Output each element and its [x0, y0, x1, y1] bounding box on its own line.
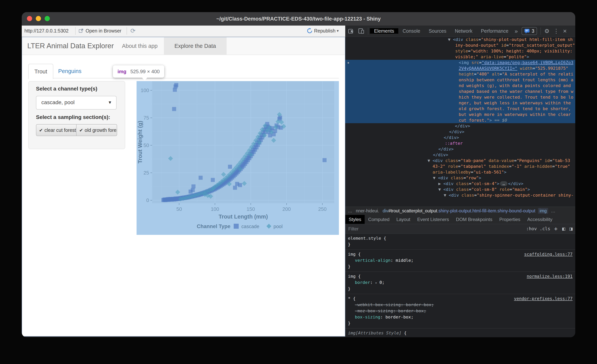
elements-tree-line[interactable]: onship between cutthroat trout lengths (…: [345, 77, 575, 83]
style-source-link[interactable]: vendor-prefixes.less:77: [514, 295, 573, 302]
elements-tree-line[interactable]: ▼<div class="tab-pane" data-value="Pengu…: [345, 158, 575, 163]
more-tabs-icon[interactable]: »: [513, 28, 520, 34]
toolbar-divider: [541, 27, 541, 35]
elements-tree-line[interactable]: ▼<div class="shiny-plot-output html-fill…: [345, 37, 575, 42]
styles-tab-event-listeners[interactable]: Event Listeners: [414, 215, 452, 224]
toggle-hov-button[interactable]: :hov: [526, 224, 537, 233]
close-devtools-icon[interactable]: ×: [561, 27, 569, 35]
style-rule[interactable]: * {vendor-prefixes.less:77-webkit-box-si…: [345, 294, 575, 328]
open-in-browser-button[interactable]: Open in Browser: [86, 26, 121, 36]
breadcrumb-item[interactable]: …: [551, 208, 555, 213]
devtools-tab-elements[interactable]: Elements: [370, 28, 398, 34]
elements-tree-line[interactable]: nger, but weigh less in waterways within…: [345, 100, 575, 106]
style-rule[interactable]: img {scaffolding.less:77vertical-align: …: [345, 250, 575, 272]
tab-trout[interactable]: Trout: [28, 64, 53, 79]
devtools-tab-network[interactable]: Network: [451, 28, 477, 34]
styles-rules-list: element.style {}img {scaffolding.less:77…: [345, 234, 575, 337]
devtools-tab-console[interactable]: Console: [398, 28, 424, 34]
styles-tab-accessibility[interactable]: Accessibility: [524, 215, 556, 224]
inspect-element-icon[interactable]: [345, 27, 356, 35]
breadcrumb-item[interactable]: .shiny-plot-output.html-fill-item.shiny-…: [437, 208, 535, 213]
styles-sidebar-tabs: StylesComputedLayoutEvent ListenersDOM B…: [345, 215, 575, 224]
shiny-app-page: LTER Animal Data Explorer About this app…: [22, 37, 345, 337]
app-brand: LTER Animal Data Explorer: [27, 37, 114, 54]
breadcrumb-item[interactable]: nner-hideui.: [356, 208, 379, 213]
elements-tree-line[interactable]: shaped based on the water channel type f…: [345, 89, 575, 94]
window-title: ~/git/Class-Demos/PRACTICE-EDS-430/two-f…: [22, 12, 575, 26]
style-rule[interactable]: element.style {}: [345, 234, 575, 250]
breadcrumb-item[interactable]: #trout_scatterplot_output: [388, 208, 437, 213]
elements-tree-line[interactable]: <img src="data:image/png;base64,iVBOR…Lp…: [345, 60, 575, 66]
styles-tab-dom-breakpoints[interactable]: DOM Breakpoints: [453, 215, 496, 224]
elements-tree-line[interactable]: hich they were collected. Trout tend to …: [345, 94, 575, 100]
elements-tree-line[interactable]: </div>: [345, 135, 575, 140]
elements-tree-line[interactable]: </div>: [345, 123, 575, 129]
issues-badge[interactable]: 3: [522, 27, 537, 35]
elements-tree-line[interactable]: visible;" aria-live="polite">: [345, 54, 575, 60]
open-in-browser-icon: [79, 26, 84, 36]
check-icon: ✔: [39, 128, 43, 133]
republish-button[interactable]: Republish: [314, 26, 335, 36]
elements-tree-line[interactable]: aria-labelledby="ui-tab-561">: [345, 169, 575, 175]
republish-caret-icon[interactable]: ▾: [337, 26, 339, 36]
checkbox-button-clear-cut-forest[interactable]: ✔clear cut forest: [36, 124, 77, 136]
inspect-tooltip: img 525.99 × 400: [113, 65, 164, 78]
kebab-menu-icon[interactable]: ⋮: [551, 28, 561, 34]
url-text[interactable]: http://127.0.0.1:5302: [24, 26, 69, 36]
devtools-toolbar: ElementsConsoleSourcesNetworkPerformance…: [345, 26, 575, 37]
nav-about-this-app[interactable]: About this app: [122, 37, 157, 54]
app-navbar: LTER Animal Data Explorer About this app…: [22, 37, 345, 55]
sidebar-layout-icon[interactable]: ◨: [569, 224, 573, 233]
settings-gear-icon[interactable]: ⚙: [542, 28, 551, 34]
republish-icon: [307, 26, 313, 36]
elements-tree-line[interactable]: old growth forest. Trout tend to be shor…: [345, 106, 575, 112]
rendering-emulation-icon[interactable]: ◧: [562, 224, 565, 233]
style-source-link[interactable]: scaffolding.less:77: [524, 251, 573, 257]
toggle-cls-button[interactable]: .cls: [540, 224, 550, 233]
elements-tree-line[interactable]: cut forest."> == $0: [345, 117, 575, 123]
styles-tab-properties[interactable]: Properties: [496, 215, 524, 224]
styles-tab-computed[interactable]: Computed: [365, 215, 393, 224]
tooltip-arrow: [142, 77, 148, 81]
elements-tree-line[interactable]: ▼<div class="row">: [345, 175, 575, 181]
style-rule[interactable]: img[Attributes Style] {width: 525.992px;…: [345, 328, 575, 337]
breadcrumb-item[interactable]: img: [538, 208, 548, 214]
elements-tree-line[interactable]: ▼<div class="shiny-spinner-output-contai…: [345, 192, 575, 198]
elements-tree-line[interactable]: ::after: [345, 140, 575, 146]
device-toolbar-icon[interactable]: [356, 27, 366, 35]
elements-tree-line[interactable]: iny-bound-output" id="trout_scatterplot_…: [345, 42, 575, 48]
devtools-tabs: ElementsConsoleSourcesNetworkPerformance: [370, 26, 513, 37]
elements-tree-line[interactable]: 2V4yQAAAAASUVORK5CYII=" width="525.99218…: [345, 66, 575, 71]
refresh-icon[interactable]: ⟳: [130, 26, 136, 36]
nav-explore-the-data[interactable]: Explore the Data: [164, 37, 227, 54]
elements-tree-line[interactable]: but weigh more in waterways within the c…: [345, 112, 575, 117]
devtools-tab-sources[interactable]: Sources: [424, 28, 451, 34]
filter-input[interactable]: Filter: [348, 224, 359, 233]
elements-tree-line[interactable]: </div>: [345, 152, 575, 158]
channel-type-label: Select a channel type(s): [36, 86, 97, 92]
chevron-down-icon: ▾: [109, 96, 111, 108]
toolbar-divider: [126, 27, 127, 35]
elements-tree-line[interactable]: nd weights (g), with data points colored…: [345, 83, 575, 89]
devtools-highlight-overlay: [137, 81, 339, 235]
elements-tree-line[interactable]: ▼<div class="col-sm-8" role="main">: [345, 187, 575, 192]
elements-tree-line[interactable]: 43-2" role="tabpanel" tabindex="-1" aria…: [345, 163, 575, 169]
new-style-rule-button[interactable]: +: [554, 224, 558, 233]
styles-tab-styles[interactable]: Styles: [345, 215, 365, 224]
channel-type-select[interactable]: cascade, pool ▾: [36, 96, 117, 109]
sidebar-well: Select a channel type(s) cascade, pool ▾…: [28, 81, 125, 149]
devtools-tab-performance[interactable]: Performance: [477, 28, 513, 34]
tab-penguins[interactable]: Penguins: [55, 64, 85, 78]
style-source-link[interactable]: normalize.less:191: [527, 273, 573, 279]
elements-tree-line[interactable]: </div>: [345, 129, 575, 135]
elements-tree-line[interactable]: </div>: [345, 146, 575, 152]
checkbox-button-old-growth-forest[interactable]: ✔old growth forest: [76, 124, 117, 136]
tooltip-dimensions: 525.99 × 400: [130, 69, 160, 74]
elements-tree-line[interactable]: style="width: 100%; height: 400px; visib…: [345, 48, 575, 54]
styles-tab-layout[interactable]: Layout: [393, 215, 414, 224]
elements-tree-line[interactable]: height="400" alt="A scatterplot of the r…: [345, 71, 575, 77]
breadcrumb-item[interactable]: div: [383, 208, 388, 213]
elements-tree-line[interactable]: ▶<div class="col-sm-4">…</div>: [345, 181, 575, 187]
style-rule[interactable]: img {normalize.less:191border: ▸ 0;}: [345, 272, 575, 294]
breadcrumb-item[interactable]: …: [348, 208, 352, 213]
